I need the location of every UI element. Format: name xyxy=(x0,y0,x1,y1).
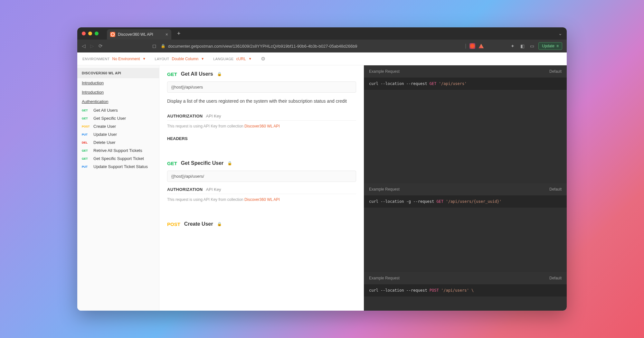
sidebar-item-label: Delete User xyxy=(93,140,116,145)
code-block[interactable]: curl --location -g --request GET '/api/u… xyxy=(364,195,567,208)
method-badge: GET xyxy=(82,157,91,160)
sidebar-header: DISCOVER360 WL API xyxy=(77,68,159,78)
example-request-label: Example Request xyxy=(369,187,400,192)
sidebar-item-label: Update Support Ticket Status xyxy=(93,164,148,169)
env-label: ENVIRONMENT xyxy=(82,57,110,61)
sidebar-item-label: Get All Users xyxy=(93,108,118,113)
example-request-label: Example Request xyxy=(369,276,400,280)
env-value: No Environment xyxy=(112,57,140,61)
sidebar-item-label: Create User xyxy=(93,124,116,129)
close-tab-icon[interactable]: × xyxy=(166,32,168,37)
sidebar-item[interactable]: GETRetrive All Support Tickets xyxy=(77,146,159,155)
brave-rewards-icon[interactable] xyxy=(478,44,484,48)
endpoint-name: Get All Users xyxy=(181,71,213,77)
lock-icon: 🔒 xyxy=(227,161,232,165)
content-area: DISCOVER360 WL API IntroductionIntroduct… xyxy=(77,65,567,311)
browser-window: Discover360 WL API × + ⌄ ◁ ▷ ⟳ ◻ 🔒 docum… xyxy=(77,27,567,311)
sidebar-item[interactable]: DELDelete User xyxy=(77,138,159,146)
update-button[interactable]: Update ≡ xyxy=(538,42,562,50)
examples-panel[interactable]: Example Request Default curl --location … xyxy=(364,65,567,311)
example-header: Example Request Default xyxy=(364,65,567,78)
endpoint-name: Create User xyxy=(184,221,213,227)
minimize-window-button[interactable] xyxy=(88,32,92,35)
sidebar-item[interactable]: GETGet Specific Support Ticket xyxy=(77,155,159,163)
url-bar: ◁ ▷ ⟳ ◻ 🔒 documenter.getpostman.com/view… xyxy=(77,40,567,52)
example-request-label: Example Request xyxy=(369,69,400,74)
endpoint-title: GET Get Specific User 🔒 xyxy=(167,160,356,166)
reload-button[interactable]: ⟳ xyxy=(99,43,103,49)
auth-title: AUTHORIZATION xyxy=(167,187,203,192)
bookmark-icon[interactable]: ◻ xyxy=(152,43,156,49)
documentation-panel[interactable]: GET Get All Users 🔒 {{host}}/api/usersDi… xyxy=(159,65,364,311)
postman-toolbar: ENVIRONMENT No Environment ▼ LAYOUT Doub… xyxy=(77,52,567,65)
endpoint-url[interactable]: {{host}}/api/users/ xyxy=(167,171,356,182)
sidebar-item[interactable]: POSTCreate User xyxy=(77,122,159,130)
sidebar-item[interactable]: GETGet Specific User xyxy=(77,114,159,122)
sidebar-item[interactable]: GETGet All Users xyxy=(77,106,159,114)
auth-text: This request is using API Key from colle… xyxy=(167,124,356,128)
sidebar-item-label: Get Specific User xyxy=(93,116,126,121)
endpoint-method: GET xyxy=(167,71,177,77)
brave-shield-icon[interactable] xyxy=(469,43,475,49)
language-selector[interactable]: LANGUAGE cURL ▼ xyxy=(213,57,251,61)
lang-label: LANGUAGE xyxy=(213,57,234,61)
example-default-label[interactable]: Default xyxy=(549,187,562,192)
forward-button[interactable]: ▷ xyxy=(90,43,94,49)
sidepanel-icon[interactable]: ◧ xyxy=(519,43,526,49)
url-field[interactable]: 🔒 documenter.getpostman.com/view/1361609… xyxy=(161,44,460,49)
example-default-label[interactable]: Default xyxy=(549,69,562,74)
example-block: Example Request Default curl --location … xyxy=(364,272,567,296)
example-default-label[interactable]: Default xyxy=(549,276,562,280)
auth-subtitle: API Key xyxy=(206,187,221,192)
auth-collection-link[interactable]: Discover360 WL API xyxy=(244,124,280,128)
new-tab-button[interactable]: + xyxy=(177,30,181,37)
example-header: Example Request Default xyxy=(364,272,567,284)
sidebar-link[interactable]: Authentication xyxy=(77,97,159,106)
auth-collection-link[interactable]: Discover360 WL API xyxy=(244,197,280,202)
endpoint-section: POST Create User 🔒 xyxy=(167,221,356,227)
postman-favicon xyxy=(110,32,115,37)
headers-title: HEADERS xyxy=(167,136,356,141)
method-badge: DEL xyxy=(82,141,91,144)
auth-subtitle: API Key xyxy=(206,114,221,118)
method-badge: PUT xyxy=(82,133,91,136)
maximize-window-button[interactable] xyxy=(95,32,99,35)
endpoint-url[interactable]: {{host}}/api/users xyxy=(167,81,356,93)
lock-icon: 🔒 xyxy=(217,222,222,226)
endpoint-description: Display a list of the users registered o… xyxy=(167,98,356,105)
example-spacer xyxy=(364,90,567,183)
endpoint-section: GET Get All Users 🔒 {{host}}/api/usersDi… xyxy=(167,71,356,141)
caret-down-icon: ▼ xyxy=(143,57,146,61)
example-block: Example Request Default curl --location … xyxy=(364,183,567,272)
environment-selector[interactable]: ENVIRONMENT No Environment ▼ xyxy=(82,57,146,61)
sidebar-item[interactable]: PUTUpdate User xyxy=(77,130,159,138)
lang-value: cURL xyxy=(236,57,246,61)
method-badge: POST xyxy=(82,125,91,128)
endpoint-method: GET xyxy=(167,161,177,166)
sidebar-item-label: Retrive All Support Tickets xyxy=(93,148,142,153)
layout-label: LAYOUT xyxy=(155,57,169,61)
update-label: Update xyxy=(542,44,554,48)
extension-icons: | ✦ ◧ ▭ Update ≡ xyxy=(465,42,562,50)
sidebar-item[interactable]: PUTUpdate Support Ticket Status xyxy=(77,163,159,171)
auth-text: This request is using API Key from colle… xyxy=(167,197,356,202)
endpoint-method: POST xyxy=(167,221,180,227)
sidebar-link[interactable]: Introduction xyxy=(77,78,159,88)
example-block: Example Request Default curl --location … xyxy=(364,65,567,183)
chevron-down-icon[interactable]: ⌄ xyxy=(558,31,562,36)
method-badge: GET xyxy=(82,117,91,120)
settings-gear-icon[interactable]: ⚙ xyxy=(261,56,265,62)
back-button[interactable]: ◁ xyxy=(82,43,86,49)
code-block[interactable]: curl --location --request GET '/api/user… xyxy=(364,78,567,90)
layout-value: Double Column xyxy=(172,57,199,61)
sidebar: DISCOVER360 WL API IntroductionIntroduct… xyxy=(77,65,159,311)
browser-tab[interactable]: Discover360 WL API × xyxy=(107,29,171,40)
wallet-icon[interactable]: ▭ xyxy=(529,43,535,49)
code-block[interactable]: curl --location --request POST '/api/use… xyxy=(364,284,567,296)
layout-selector[interactable]: LAYOUT Double Column ▼ xyxy=(155,57,204,61)
close-window-button[interactable] xyxy=(82,32,86,35)
sidebar-item-label: Get Specific Support Ticket xyxy=(93,156,144,161)
extensions-icon[interactable]: ✦ xyxy=(509,43,516,49)
sidebar-link[interactable]: Introduction xyxy=(77,88,159,97)
lock-icon: 🔒 xyxy=(161,44,166,48)
